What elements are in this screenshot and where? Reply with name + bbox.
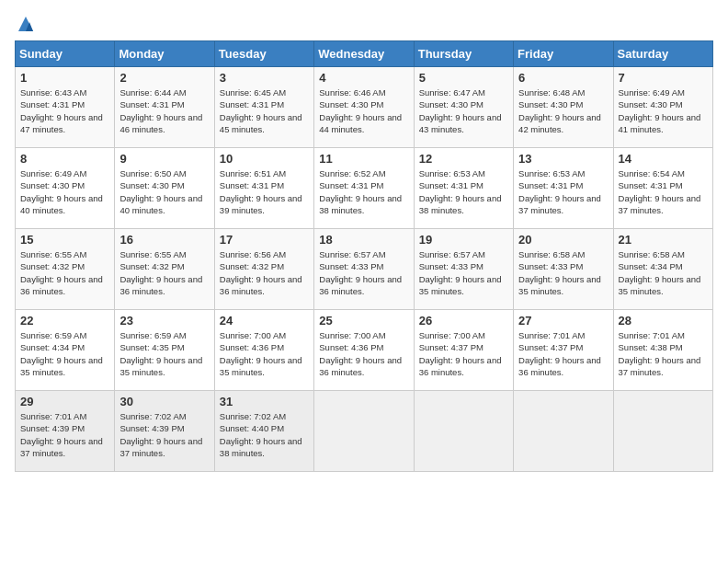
calendar-header-row: SundayMondayTuesdayWednesdayThursdayFrid…	[16, 41, 713, 67]
day-number: 4	[319, 71, 408, 85]
calendar-week-row: 8 Sunrise: 6:49 AMSunset: 4:30 PMDayligh…	[16, 148, 713, 229]
day-info: Sunrise: 7:00 AMSunset: 4:37 PMDaylight:…	[419, 330, 502, 377]
calendar-day-cell	[414, 391, 513, 472]
day-number: 28	[619, 314, 708, 327]
day-info: Sunrise: 6:57 AMSunset: 4:33 PMDaylight:…	[319, 249, 402, 296]
day-info: Sunrise: 6:58 AMSunset: 4:34 PMDaylight:…	[619, 249, 701, 296]
day-number: 15	[20, 233, 109, 247]
calendar-day-cell: 31 Sunrise: 7:02 AMSunset: 4:40 PMDaylig…	[214, 391, 313, 472]
calendar-week-row: 1 Sunrise: 6:43 AMSunset: 4:31 PMDayligh…	[16, 67, 713, 148]
day-number: 29	[20, 395, 109, 408]
day-number: 18	[319, 233, 408, 247]
day-info: Sunrise: 6:52 AMSunset: 4:31 PMDaylight:…	[319, 168, 402, 215]
day-info: Sunrise: 6:56 AMSunset: 4:32 PMDaylight:…	[220, 249, 302, 296]
day-number: 21	[619, 233, 708, 247]
calendar-day-header: Sunday	[16, 41, 115, 67]
day-info: Sunrise: 6:58 AMSunset: 4:33 PMDaylight:…	[518, 249, 601, 296]
calendar-day-cell: 6 Sunrise: 6:48 AMSunset: 4:30 PMDayligh…	[514, 67, 613, 148]
day-info: Sunrise: 6:53 AMSunset: 4:31 PMDaylight:…	[518, 168, 601, 215]
calendar-day-cell: 20 Sunrise: 6:58 AMSunset: 4:33 PMDaylig…	[514, 229, 613, 310]
day-number: 20	[518, 233, 608, 247]
calendar-day-cell: 28 Sunrise: 7:01 AMSunset: 4:38 PMDaylig…	[613, 310, 712, 391]
calendar-day-cell: 27 Sunrise: 7:01 AMSunset: 4:37 PMDaylig…	[514, 310, 613, 391]
calendar-day-cell: 1 Sunrise: 6:43 AMSunset: 4:31 PMDayligh…	[16, 67, 115, 148]
calendar-day-cell: 24 Sunrise: 7:00 AMSunset: 4:36 PMDaylig…	[214, 310, 313, 391]
calendar-day-cell: 17 Sunrise: 6:56 AMSunset: 4:32 PMDaylig…	[214, 229, 313, 310]
header	[15, 15, 713, 33]
calendar-day-cell: 11 Sunrise: 6:52 AMSunset: 4:31 PMDaylig…	[314, 148, 414, 229]
day-number: 7	[619, 71, 708, 85]
day-info: Sunrise: 6:59 AMSunset: 4:35 PMDaylight:…	[119, 330, 202, 377]
day-number: 5	[419, 71, 508, 85]
calendar-day-cell: 14 Sunrise: 6:54 AMSunset: 4:31 PMDaylig…	[613, 148, 712, 229]
calendar-day-cell: 29 Sunrise: 7:01 AMSunset: 4:39 PMDaylig…	[16, 391, 115, 472]
day-number: 3	[220, 71, 309, 85]
day-info: Sunrise: 6:55 AMSunset: 4:32 PMDaylight:…	[119, 249, 202, 296]
calendar-day-cell: 12 Sunrise: 6:53 AMSunset: 4:31 PMDaylig…	[414, 148, 513, 229]
day-info: Sunrise: 7:01 AMSunset: 4:38 PMDaylight:…	[619, 330, 701, 377]
day-info: Sunrise: 6:55 AMSunset: 4:32 PMDaylight:…	[20, 249, 103, 296]
day-number: 2	[119, 71, 209, 85]
calendar-day-cell: 13 Sunrise: 6:53 AMSunset: 4:31 PMDaylig…	[514, 148, 613, 229]
day-info: Sunrise: 6:47 AMSunset: 4:30 PMDaylight:…	[419, 87, 502, 134]
day-number: 6	[518, 71, 608, 85]
day-number: 17	[220, 233, 309, 247]
day-info: Sunrise: 7:02 AMSunset: 4:39 PMDaylight:…	[119, 411, 202, 458]
logo-icon	[17, 15, 35, 33]
calendar-day-header: Monday	[115, 41, 214, 67]
calendar-day-cell: 19 Sunrise: 6:57 AMSunset: 4:33 PMDaylig…	[414, 229, 513, 310]
day-number: 16	[119, 233, 209, 247]
day-info: Sunrise: 6:59 AMSunset: 4:34 PMDaylight:…	[20, 330, 103, 377]
calendar-day-cell: 9 Sunrise: 6:50 AMSunset: 4:30 PMDayligh…	[115, 148, 214, 229]
calendar-day-cell: 23 Sunrise: 6:59 AMSunset: 4:35 PMDaylig…	[115, 310, 214, 391]
calendar-table: SundayMondayTuesdayWednesdayThursdayFrid…	[15, 40, 713, 472]
calendar-day-cell: 18 Sunrise: 6:57 AMSunset: 4:33 PMDaylig…	[314, 229, 414, 310]
day-number: 12	[419, 152, 508, 166]
calendar-day-cell	[613, 391, 712, 472]
day-number: 14	[619, 152, 708, 166]
day-number: 10	[220, 152, 309, 166]
day-info: Sunrise: 7:00 AMSunset: 4:36 PMDaylight:…	[220, 330, 302, 377]
calendar-day-cell: 10 Sunrise: 6:51 AMSunset: 4:31 PMDaylig…	[214, 148, 313, 229]
calendar-day-cell: 4 Sunrise: 6:46 AMSunset: 4:30 PMDayligh…	[314, 67, 414, 148]
logo	[15, 15, 35, 33]
day-number: 27	[518, 314, 608, 327]
day-number: 11	[319, 152, 408, 166]
day-info: Sunrise: 6:54 AMSunset: 4:31 PMDaylight:…	[619, 168, 701, 215]
calendar-day-cell: 15 Sunrise: 6:55 AMSunset: 4:32 PMDaylig…	[16, 229, 115, 310]
calendar-day-header: Tuesday	[214, 41, 313, 67]
calendar-day-cell: 8 Sunrise: 6:49 AMSunset: 4:30 PMDayligh…	[16, 148, 115, 229]
calendar-day-cell: 3 Sunrise: 6:45 AMSunset: 4:31 PMDayligh…	[214, 67, 313, 148]
calendar-day-cell	[314, 391, 414, 472]
calendar-day-cell: 16 Sunrise: 6:55 AMSunset: 4:32 PMDaylig…	[115, 229, 214, 310]
day-number: 26	[419, 314, 508, 327]
day-info: Sunrise: 6:49 AMSunset: 4:30 PMDaylight:…	[619, 87, 701, 134]
day-number: 9	[119, 152, 209, 166]
day-info: Sunrise: 7:02 AMSunset: 4:40 PMDaylight:…	[220, 411, 302, 458]
calendar-week-row: 15 Sunrise: 6:55 AMSunset: 4:32 PMDaylig…	[16, 229, 713, 310]
day-info: Sunrise: 6:57 AMSunset: 4:33 PMDaylight:…	[419, 249, 502, 296]
day-info: Sunrise: 6:51 AMSunset: 4:31 PMDaylight:…	[220, 168, 302, 215]
day-info: Sunrise: 6:46 AMSunset: 4:30 PMDaylight:…	[319, 87, 402, 134]
calendar-week-row: 29 Sunrise: 7:01 AMSunset: 4:39 PMDaylig…	[16, 391, 713, 472]
calendar-day-header: Wednesday	[314, 41, 414, 67]
day-number: 8	[20, 152, 109, 166]
day-info: Sunrise: 6:50 AMSunset: 4:30 PMDaylight:…	[119, 168, 202, 215]
calendar-day-cell: 21 Sunrise: 6:58 AMSunset: 4:34 PMDaylig…	[613, 229, 712, 310]
calendar-day-cell: 22 Sunrise: 6:59 AMSunset: 4:34 PMDaylig…	[16, 310, 115, 391]
day-info: Sunrise: 7:01 AMSunset: 4:37 PMDaylight:…	[518, 330, 601, 377]
calendar-day-cell: 25 Sunrise: 7:00 AMSunset: 4:36 PMDaylig…	[314, 310, 414, 391]
calendar-day-header: Saturday	[613, 41, 712, 67]
day-number: 24	[220, 314, 309, 327]
main-container: SundayMondayTuesdayWednesdayThursdayFrid…	[0, 0, 728, 563]
calendar-day-cell	[514, 391, 613, 472]
day-info: Sunrise: 6:53 AMSunset: 4:31 PMDaylight:…	[419, 168, 502, 215]
calendar-day-header: Thursday	[414, 41, 513, 67]
calendar-day-cell: 30 Sunrise: 7:02 AMSunset: 4:39 PMDaylig…	[115, 391, 214, 472]
calendar-day-header: Friday	[514, 41, 613, 67]
calendar-day-cell: 2 Sunrise: 6:44 AMSunset: 4:31 PMDayligh…	[115, 67, 214, 148]
day-info: Sunrise: 6:45 AMSunset: 4:31 PMDaylight:…	[220, 87, 302, 134]
day-info: Sunrise: 6:43 AMSunset: 4:31 PMDaylight:…	[20, 87, 103, 134]
day-info: Sunrise: 6:48 AMSunset: 4:30 PMDaylight:…	[518, 87, 601, 134]
day-info: Sunrise: 7:01 AMSunset: 4:39 PMDaylight:…	[20, 411, 103, 458]
